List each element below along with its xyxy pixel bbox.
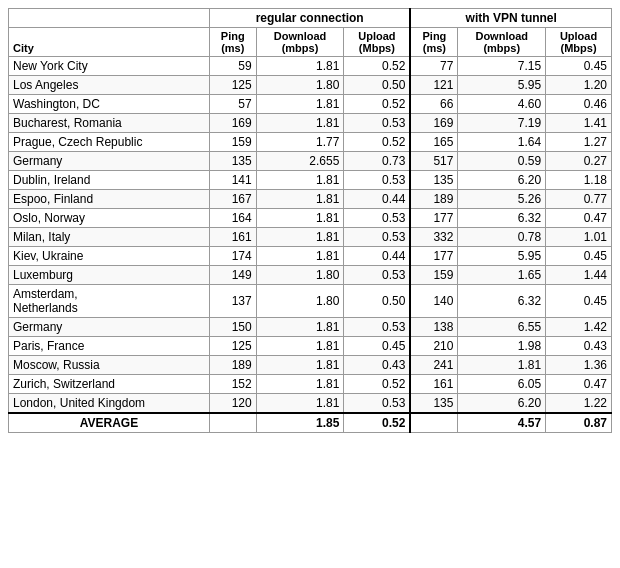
cell-city: Washington, DC [9,95,210,114]
cell-ping: 125 [209,337,256,356]
table-row: Washington, DC571.810.52664.600.46 [9,95,612,114]
cell-ping: 167 [209,190,256,209]
section2-header: with VPN tunnel [410,9,611,28]
col-download2: Download(mbps) [458,28,546,57]
cell-ul: 0.52 [344,133,411,152]
data-table: regular connection with VPN tunnel City … [8,8,612,433]
cell-ping2: 159 [410,266,457,285]
cell-dl2: 6.55 [458,318,546,337]
cell-dl: 1.81 [256,247,344,266]
cell-ping: 137 [209,285,256,318]
cell-ping: 150 [209,318,256,337]
cell-dl2: 7.19 [458,114,546,133]
cell-dl2: 5.95 [458,76,546,95]
cell-ul: 0.53 [344,114,411,133]
cell-ul2: 0.47 [546,209,612,228]
table-row: Amsterdam,Netherlands1371.800.501406.320… [9,285,612,318]
cell-dl: 1.81 [256,114,344,133]
cell-dl2: 6.05 [458,375,546,394]
cell-ping2: 169 [410,114,457,133]
table-row: Milan, Italy1611.810.533320.781.01 [9,228,612,247]
cell-dl2: 6.20 [458,171,546,190]
avg-ul2: 0.87 [546,413,612,433]
cell-city: Moscow, Russia [9,356,210,375]
cell-ul: 0.45 [344,337,411,356]
cell-dl: 1.80 [256,285,344,318]
cell-dl2: 5.95 [458,247,546,266]
cell-dl: 1.81 [256,95,344,114]
cell-dl: 1.81 [256,337,344,356]
cell-ping2: 161 [410,375,457,394]
cell-ping2: 140 [410,285,457,318]
table-container: regular connection with VPN tunnel City … [8,8,612,433]
col-city: City [9,28,210,57]
cell-city: Espoo, Finland [9,190,210,209]
cell-ping: 189 [209,356,256,375]
cell-ping2: 177 [410,209,457,228]
cell-ping2: 189 [410,190,457,209]
cell-ping2: 121 [410,76,457,95]
cell-ul2: 0.46 [546,95,612,114]
table-row: London, United Kingdom1201.810.531356.20… [9,394,612,414]
cell-ping: 174 [209,247,256,266]
cell-ping: 149 [209,266,256,285]
cell-ul2: 1.22 [546,394,612,414]
cell-ping2: 241 [410,356,457,375]
table-row: Zurich, Switzerland1521.810.521616.050.4… [9,375,612,394]
cell-ul2: 1.27 [546,133,612,152]
cell-ul: 0.52 [344,57,411,76]
table-row: Germany1352.6550.735170.590.27 [9,152,612,171]
cell-ping2: 135 [410,171,457,190]
cell-ping2: 77 [410,57,457,76]
cell-ul2: 0.45 [546,247,612,266]
cell-city: Los Angeles [9,76,210,95]
cell-dl: 1.81 [256,318,344,337]
cell-ping2: 332 [410,228,457,247]
cell-ping: 125 [209,76,256,95]
cell-ping: 120 [209,394,256,414]
cell-ping2: 138 [410,318,457,337]
cell-ping2: 165 [410,133,457,152]
cell-ul: 0.44 [344,190,411,209]
cell-city: Oslo, Norway [9,209,210,228]
cell-dl2: 6.32 [458,209,546,228]
cell-ping: 159 [209,133,256,152]
table-row: Luxemburg1491.800.531591.651.44 [9,266,612,285]
cell-dl: 1.81 [256,356,344,375]
cell-ul2: 0.27 [546,152,612,171]
cell-dl: 1.81 [256,228,344,247]
cell-city: Luxemburg [9,266,210,285]
table-row: Oslo, Norway1641.810.531776.320.47 [9,209,612,228]
table-row: Los Angeles1251.800.501215.951.20 [9,76,612,95]
cell-ping2: 177 [410,247,457,266]
cell-dl: 1.81 [256,375,344,394]
cell-ul2: 0.45 [546,57,612,76]
section1-header: regular connection [209,9,410,28]
avg-ping [209,413,256,433]
cell-ul2: 0.43 [546,337,612,356]
table-row: Dublin, Ireland1411.810.531356.201.18 [9,171,612,190]
cell-ul: 0.50 [344,285,411,318]
table-row: New York City591.810.52777.150.45 [9,57,612,76]
table-row: Moscow, Russia1891.810.432411.811.36 [9,356,612,375]
cell-ul: 0.53 [344,171,411,190]
cell-ul2: 1.18 [546,171,612,190]
cell-dl2: 0.59 [458,152,546,171]
cell-city: Milan, Italy [9,228,210,247]
cell-dl: 1.80 [256,266,344,285]
cell-dl: 1.81 [256,190,344,209]
cell-ul: 0.52 [344,375,411,394]
cell-ping2: 210 [410,337,457,356]
cell-dl: 1.80 [256,76,344,95]
cell-dl2: 6.20 [458,394,546,414]
avg-ul: 0.52 [344,413,411,433]
empty-header [9,9,210,28]
cell-ping2: 135 [410,394,457,414]
cell-ul: 0.50 [344,76,411,95]
cell-ping: 169 [209,114,256,133]
col-upload2: Upload(Mbps) [546,28,612,57]
cell-ping2: 517 [410,152,457,171]
cell-ul2: 1.41 [546,114,612,133]
cell-dl2: 4.60 [458,95,546,114]
cell-city: Germany [9,318,210,337]
